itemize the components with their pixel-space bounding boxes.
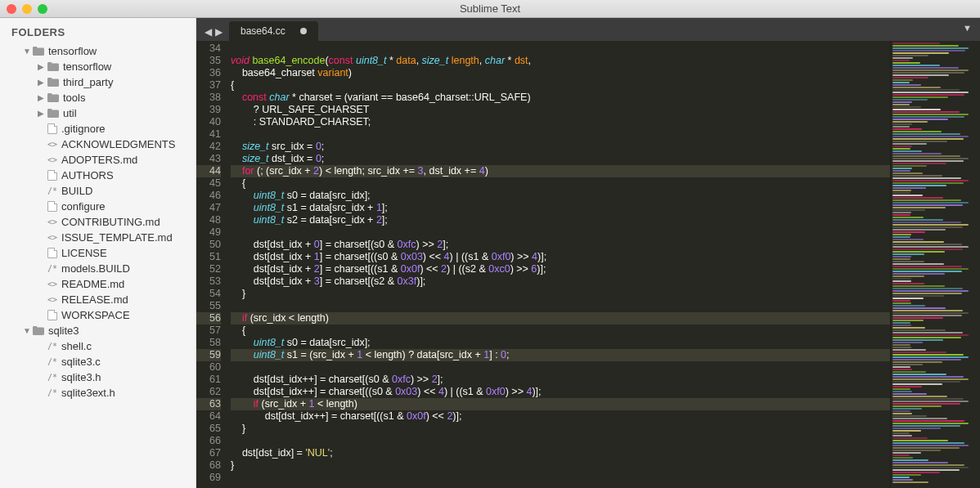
code-line[interactable]: size_t dst_idx = 0; (231, 153, 890, 165)
code-line[interactable]: } (231, 459, 890, 472)
tab-overflow-icon[interactable]: ▼ (963, 23, 972, 33)
code-line[interactable]: base64_charset variant) (231, 67, 890, 79)
code-line[interactable]: uint8_t s1 = (src_idx + 1 < length) ? da… (231, 349, 890, 361)
line-number[interactable]: 49 (196, 226, 221, 239)
code-line[interactable]: dst[dst_idx] = 'NUL'; (231, 447, 890, 459)
line-number[interactable]: 39 (196, 104, 221, 116)
tree-folder[interactable]: ▶tensorflow (0, 59, 196, 74)
minimap[interactable] (890, 41, 980, 488)
code-line[interactable]: void base64_encode(const uint8_t * data,… (231, 55, 890, 67)
line-number[interactable]: 64 (196, 410, 221, 423)
line-number[interactable]: 36 (196, 67, 221, 79)
line-number[interactable]: 53 (196, 275, 221, 288)
line-number[interactable]: 35 (196, 55, 221, 67)
tree-file[interactable]: <>README.md (0, 276, 196, 292)
close-window-button[interactable] (7, 4, 16, 14)
nav-back-icon[interactable]: ◀ (205, 26, 212, 38)
line-number[interactable]: 69 (196, 472, 221, 484)
code-line[interactable]: uint8_t s1 = data[src_idx + 1]; (231, 202, 890, 214)
tree-folder[interactable]: ▶tools (0, 90, 196, 105)
code-line[interactable]: if (src_idx + 1 < length) (231, 398, 890, 410)
disclosure-arrow-icon[interactable]: ▼ (23, 47, 31, 56)
code-line[interactable]: dst[dst_idx + 1] = charset[((s0 & 0x03) … (231, 251, 890, 263)
tree-file[interactable]: <>ADOPTERS.md (0, 152, 196, 168)
code-line[interactable]: uint8_t s2 = data[src_idx + 2]; (231, 214, 890, 226)
code-line[interactable]: } (231, 423, 890, 435)
line-number[interactable]: 67 (196, 447, 221, 459)
code-line[interactable] (231, 361, 890, 374)
tree-file[interactable]: /*shell.c (0, 338, 196, 354)
line-number[interactable]: 57 (196, 325, 221, 337)
tree-file[interactable]: configure (0, 199, 196, 214)
code-line[interactable]: dst[dst_idx++] = charset[((s1 & 0x0f) <<… (231, 410, 890, 423)
code-line[interactable]: dst[dst_idx + 2] = charset[((s1 & 0x0f) … (231, 263, 890, 275)
code-line[interactable]: if (src_idx < length) (231, 312, 890, 325)
code-line[interactable] (231, 300, 890, 312)
code-line[interactable]: uint8_t s0 = data[src_idx]; (231, 337, 890, 349)
disclosure-arrow-icon[interactable]: ▶ (38, 62, 46, 71)
maximize-window-button[interactable] (38, 4, 47, 14)
line-number[interactable]: 44 (196, 165, 221, 177)
tree-file[interactable]: <>CONTRIBUTING.md (0, 214, 196, 230)
tree-file[interactable]: <>ACKNOWLEDGMENTS (0, 137, 196, 152)
line-number[interactable]: 45 (196, 177, 221, 190)
code-line[interactable]: for (; (src_idx + 2) < length; src_idx +… (231, 165, 890, 177)
tree-file[interactable]: /*BUILD (0, 183, 196, 199)
tree-file[interactable]: /*models.BUILD (0, 261, 196, 276)
tree-file[interactable]: LICENSE (0, 245, 196, 261)
tree-folder[interactable]: ▼tensorflow (0, 43, 196, 59)
tree-folder[interactable]: ▼sqlite3 (0, 323, 196, 338)
line-number[interactable]: 52 (196, 263, 221, 275)
tree-file[interactable]: /*sqlite3.h (0, 369, 196, 385)
line-number[interactable]: 65 (196, 423, 221, 435)
line-number[interactable]: 63 (196, 398, 221, 410)
line-number-gutter[interactable]: 3435363738394041424344454647484950515253… (196, 41, 227, 488)
code-line[interactable]: { (231, 325, 890, 337)
code-line[interactable] (231, 128, 890, 141)
line-number[interactable]: 60 (196, 361, 221, 374)
line-number[interactable]: 50 (196, 239, 221, 251)
disclosure-arrow-icon[interactable]: ▼ (23, 326, 31, 335)
line-number[interactable]: 62 (196, 386, 221, 398)
code-line[interactable]: const char * charset = (variant == base6… (231, 92, 890, 104)
line-number[interactable]: 43 (196, 153, 221, 165)
folder-sidebar[interactable]: FOLDERS ▼tensorflow▶tensorflow▶third_par… (0, 18, 196, 488)
line-number[interactable]: 34 (196, 43, 221, 55)
tree-file[interactable]: .gitignore (0, 121, 196, 137)
line-number[interactable]: 38 (196, 92, 221, 104)
code-line[interactable]: dst[dst_idx++] = charset[(s0 & 0xfc) >> … (231, 374, 890, 386)
code-line[interactable] (231, 435, 890, 447)
code-line[interactable]: size_t src_idx = 0; (231, 141, 890, 153)
code-line[interactable]: dst[dst_idx + 3] = charset[(s2 & 0x3f)]; (231, 275, 890, 288)
tree-folder[interactable]: ▶third_party (0, 74, 196, 90)
line-number[interactable]: 66 (196, 435, 221, 447)
tree-file[interactable]: <>RELEASE.md (0, 292, 196, 307)
nav-forward-icon[interactable]: ▶ (215, 26, 223, 38)
line-number[interactable]: 41 (196, 128, 221, 141)
line-number[interactable]: 56 (196, 312, 221, 325)
code-line[interactable]: uint8_t s0 = data[src_idx]; (231, 190, 890, 202)
tree-file[interactable]: AUTHORS (0, 168, 196, 183)
tree-file[interactable]: /*sqlite3ext.h (0, 385, 196, 401)
code-line[interactable]: dst[dst_idx + 0] = charset[(s0 & 0xfc) >… (231, 239, 890, 251)
minimize-window-button[interactable] (22, 4, 32, 14)
line-number[interactable]: 54 (196, 288, 221, 300)
line-number[interactable]: 40 (196, 116, 221, 128)
code-line[interactable]: { (231, 79, 890, 92)
code-area[interactable]: void base64_encode(const uint8_t * data,… (227, 41, 890, 488)
code-line[interactable]: ? URL_SAFE_CHARSET (231, 104, 890, 116)
tree-file[interactable]: WORKSPACE (0, 307, 196, 323)
line-number[interactable]: 46 (196, 190, 221, 202)
code-line[interactable]: dst[dst_idx++] = charset[((s0 & 0x03) <<… (231, 386, 890, 398)
code-line[interactable]: { (231, 177, 890, 190)
folder-tree[interactable]: ▼tensorflow▶tensorflow▶third_party▶tools… (0, 43, 196, 401)
line-number[interactable]: 59 (196, 349, 221, 361)
tree-file[interactable]: <>ISSUE_TEMPLATE.md (0, 230, 196, 245)
code-line[interactable] (231, 472, 890, 484)
line-number[interactable]: 55 (196, 300, 221, 312)
code-line[interactable] (231, 43, 890, 55)
line-number[interactable]: 51 (196, 251, 221, 263)
tree-folder[interactable]: ▶util (0, 105, 196, 121)
code-line[interactable]: : STANDARD_CHARSET; (231, 116, 890, 128)
line-number[interactable]: 47 (196, 202, 221, 214)
